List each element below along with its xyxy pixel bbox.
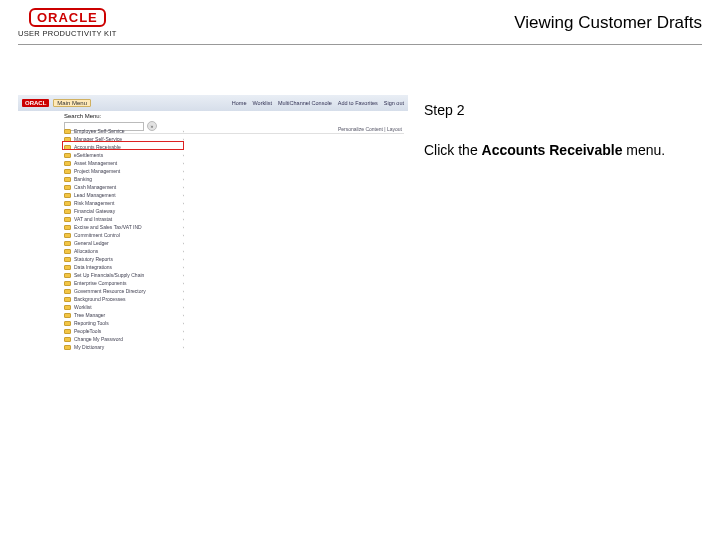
menu-item[interactable]: Cash Management› <box>64 183 184 191</box>
folder-icon <box>64 281 71 286</box>
folder-icon <box>64 185 71 190</box>
menu-item-label: Reporting Tools <box>74 320 109 326</box>
menu-item[interactable]: Background Processes› <box>64 295 184 303</box>
folder-icon <box>64 345 71 350</box>
chevron-right-icon: › <box>183 161 184 166</box>
menu-item-label: VAT and Intrastat <box>74 216 112 222</box>
menu-item[interactable]: Accounts Receivable› <box>64 143 184 151</box>
folder-icon <box>64 305 71 310</box>
oracle-subtitle: USER PRODUCTIVITY KIT <box>18 29 117 38</box>
menu-item[interactable]: Commitment Control› <box>64 231 184 239</box>
menu-item-label: My Dictionary <box>74 344 104 350</box>
folder-icon <box>64 201 71 206</box>
menu-item-label: Statutory Reports <box>74 256 113 262</box>
folder-icon <box>64 153 71 158</box>
menu-item[interactable]: Banking› <box>64 175 184 183</box>
menu-item[interactable]: Reporting Tools› <box>64 319 184 327</box>
menu-item[interactable]: My Dictionary› <box>64 343 184 351</box>
instruction-panel: Step 2 Click the Accounts Receivable men… <box>424 95 702 365</box>
menu-item[interactable]: Government Resource Directory› <box>64 287 184 295</box>
menu-item[interactable]: Manager Self-Service› <box>64 135 184 143</box>
folder-icon <box>64 225 71 230</box>
oracle-logo-block: ORACLE USER PRODUCTIVITY KIT <box>18 8 117 38</box>
menu-item[interactable]: Asset Management› <box>64 159 184 167</box>
ss-main-menu-label[interactable]: Main Menu <box>53 99 91 107</box>
folder-icon <box>64 217 71 222</box>
menu-item[interactable]: Financial Gateway› <box>64 207 184 215</box>
folder-icon <box>64 161 71 166</box>
menu-item[interactable]: Set Up Financials/Supply Chain› <box>64 271 184 279</box>
menu-item[interactable]: Risk Management› <box>64 199 184 207</box>
menu-item[interactable]: Excise and Sales Tax/VAT IND› <box>64 223 184 231</box>
menu-item[interactable]: Tree Manager› <box>64 311 184 319</box>
chevron-right-icon: › <box>183 337 184 342</box>
chevron-right-icon: › <box>183 273 184 278</box>
instruction-bold: Accounts Receivable <box>482 142 623 158</box>
folder-icon <box>64 137 71 142</box>
menu-item[interactable]: Allocations› <box>64 247 184 255</box>
menu-item[interactable]: Project Management› <box>64 167 184 175</box>
menu-item[interactable]: Lead Management› <box>64 191 184 199</box>
oracle-logo: ORACLE <box>29 8 106 27</box>
nav-worklist[interactable]: Worklist <box>252 100 271 106</box>
menu-item[interactable]: VAT and Intrastat› <box>64 215 184 223</box>
menu-item-label: Cash Management <box>74 184 116 190</box>
folder-icon <box>64 209 71 214</box>
folder-icon <box>64 241 71 246</box>
menu-item[interactable]: Worklist› <box>64 303 184 311</box>
folder-icon <box>64 265 71 270</box>
menu-item-label: Manager Self-Service <box>74 136 122 142</box>
chevron-right-icon: › <box>183 249 184 254</box>
chevron-right-icon: › <box>183 281 184 286</box>
chevron-right-icon: › <box>183 329 184 334</box>
ss-main-menu[interactable]: Main Menu <box>53 99 91 107</box>
chevron-right-icon: › <box>183 289 184 294</box>
chevron-right-icon: › <box>183 233 184 238</box>
nav-signout[interactable]: Sign out <box>384 100 404 106</box>
chevron-right-icon: › <box>183 201 184 206</box>
folder-icon <box>64 313 71 318</box>
menu-item[interactable]: General Ledger› <box>64 239 184 247</box>
menu-item-label: Change My Password <box>74 336 123 342</box>
chevron-right-icon: › <box>183 313 184 318</box>
menu-item-label: Background Processes <box>74 296 125 302</box>
menu-item[interactable]: Employee Self-Service› <box>64 127 184 135</box>
menu-item[interactable]: Statutory Reports› <box>64 255 184 263</box>
chevron-right-icon: › <box>183 145 184 150</box>
menu-item-label: Data Integrations <box>74 264 112 270</box>
chevron-right-icon: › <box>183 345 184 350</box>
menu-item[interactable]: eSettlements› <box>64 151 184 159</box>
ss-menu-column: Employee Self-Service›Manager Self-Servi… <box>64 127 184 351</box>
menu-item-label: Lead Management <box>74 192 116 198</box>
step-label: Step 2 <box>424 99 702 121</box>
menu-item[interactable]: Enterprise Components› <box>64 279 184 287</box>
nav-mcc[interactable]: MultiChannel Console <box>278 100 332 106</box>
nav-home[interactable]: Home <box>232 100 247 106</box>
ss-personalize-link[interactable]: Personalize Content | Layout <box>338 126 402 132</box>
header-divider <box>18 44 702 45</box>
page-title: Viewing Customer Drafts <box>514 13 702 33</box>
menu-item-label: Government Resource Directory <box>74 288 146 294</box>
menu-item-label: Risk Management <box>74 200 114 206</box>
folder-icon <box>64 177 71 182</box>
menu-item[interactable]: Data Integrations› <box>64 263 184 271</box>
folder-icon <box>64 273 71 278</box>
menu-item[interactable]: Change My Password› <box>64 335 184 343</box>
nav-favorites[interactable]: Add to Favorites <box>338 100 378 106</box>
app-screenshot: ORACL Main Menu Home Worklist MultiChann… <box>18 95 408 365</box>
menu-item-label: Project Management <box>74 168 120 174</box>
chevron-right-icon: › <box>183 137 184 142</box>
menu-item[interactable]: PeopleTools› <box>64 327 184 335</box>
folder-icon <box>64 233 71 238</box>
menu-item-label: PeopleTools <box>74 328 101 334</box>
instruction-suffix: menu. <box>622 142 665 158</box>
chevron-right-icon: › <box>183 297 184 302</box>
ss-top-nav: ORACL Main Menu Home Worklist MultiChann… <box>18 95 408 111</box>
menu-item-label: Banking <box>74 176 92 182</box>
folder-icon <box>64 257 71 262</box>
chevron-right-icon: › <box>183 217 184 222</box>
ss-search-row: Search Menu: <box>18 111 408 121</box>
chevron-right-icon: › <box>183 169 184 174</box>
chevron-right-icon: › <box>183 185 184 190</box>
folder-icon <box>64 249 71 254</box>
